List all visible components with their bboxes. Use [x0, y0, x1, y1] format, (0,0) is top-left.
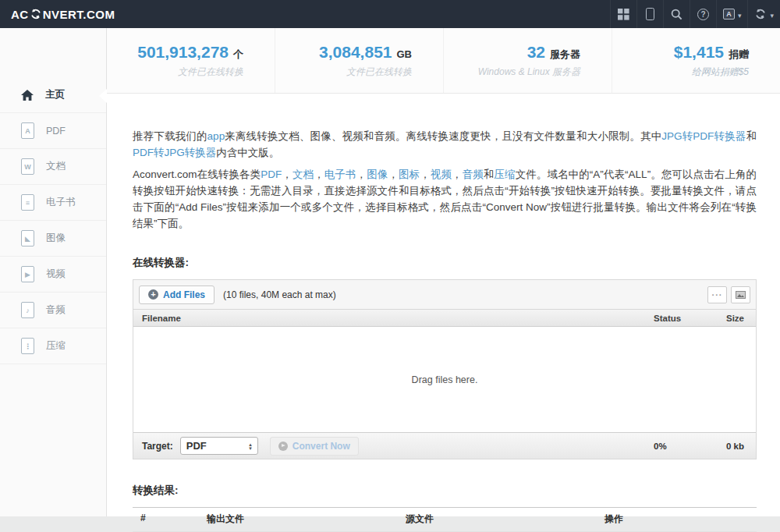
search-icon	[671, 9, 682, 20]
quick-convert-menu-button[interactable]	[747, 0, 780, 28]
stat-unit: GB	[397, 48, 413, 60]
archive-file-icon: ⋮	[21, 338, 34, 354]
stat-caption: Windows & Linux 服务器	[444, 66, 580, 79]
inline-link[interactable]: PDF	[261, 168, 282, 180]
column-index: #	[140, 512, 207, 526]
video-file-icon: ▶	[21, 266, 34, 282]
sidebar-item-label: 音频	[46, 303, 66, 317]
column-filename: Filename	[142, 314, 654, 323]
apps-grid-button[interactable]	[610, 0, 636, 28]
sidebar-item-pdf[interactable]: A PDF	[0, 113, 106, 149]
stat-gb-converted: 3,084,851GB 文件已在线转换	[275, 28, 443, 93]
results-table: # 输出文件 源文件 操作	[133, 507, 757, 532]
intro-text: 推荐下载我们的app来离线转换文档、图像、视频和音频。离线转换速度更快，且没有文…	[133, 128, 757, 232]
target-format-select[interactable]: PDF	[180, 437, 258, 455]
image-file-icon: ◣	[21, 230, 34, 246]
sidebar-item-label: 图像	[46, 232, 66, 245]
home-icon	[21, 90, 34, 101]
stat-donations: $1,415捐赠 给网站捐赠$5	[612, 28, 780, 93]
convert-arrow-icon	[278, 442, 288, 451]
active-item-pointer	[99, 89, 107, 103]
convert-icon	[754, 8, 767, 20]
column-size: Size	[710, 314, 747, 323]
sidebar-item-label: 文档	[46, 160, 66, 173]
dropzone-text: Drag files here.	[412, 374, 478, 385]
language-icon	[723, 9, 735, 20]
inline-link[interactable]: 音频	[463, 168, 484, 180]
inline-link[interactable]: 压缩	[494, 168, 515, 180]
sidebar-item-label: 电子书	[46, 196, 76, 209]
file-dropzone[interactable]: Drag files here.	[133, 327, 756, 432]
inline-link[interactable]: JPG转PDF转换器	[661, 130, 746, 142]
chevron-down-icon	[770, 7, 774, 21]
logo-text-suffix: NVERT.COM	[43, 8, 115, 21]
converter-footer: Target: PDF Convert Now 0% 0 kb	[133, 432, 756, 459]
progress-percent: 0%	[654, 442, 710, 451]
column-output-file: 输出文件	[207, 512, 406, 526]
inline-link[interactable]: 文档	[292, 168, 314, 180]
column-status: Status	[654, 314, 710, 323]
sidebar-item-image[interactable]: ◣ 图像	[0, 221, 106, 257]
apps-grid-icon	[618, 9, 629, 20]
add-files-button[interactable]: Add Files	[139, 286, 214, 304]
sidebar-item-label: 压缩	[46, 339, 66, 353]
sidebar-item-document[interactable]: W 文档	[0, 149, 106, 185]
main-content: 501,913,278个 文件已在线转换 3,084,851GB 文件已在线转换…	[107, 28, 780, 516]
screenshot-button[interactable]	[731, 286, 750, 303]
inline-link[interactable]: 图标	[399, 168, 420, 180]
select-arrows-icon	[249, 442, 252, 450]
search-button[interactable]	[663, 0, 690, 28]
stat-unit: 个	[233, 48, 243, 60]
stat-value: 32	[527, 43, 545, 61]
mobile-app-button[interactable]	[636, 0, 663, 28]
sidebar-item-home[interactable]: 主页	[0, 77, 106, 113]
plus-circle-icon	[148, 289, 158, 300]
inline-link[interactable]: 视频	[431, 168, 452, 180]
donate-link[interactable]: 给网站捐赠$5	[612, 66, 749, 79]
converter-toolbar: Add Files (10 files, 40M each at max)	[133, 280, 756, 309]
convert-now-label: Convert Now	[292, 441, 350, 452]
convert-now-button[interactable]: Convert Now	[270, 437, 359, 456]
audio-file-icon: ♪	[21, 302, 34, 318]
help-button[interactable]	[690, 0, 716, 28]
stat-caption: 文件已在线转换	[107, 66, 243, 79]
column-source-file: 源文件	[406, 512, 604, 526]
image-icon	[736, 291, 746, 299]
logo-text-prefix: AC	[11, 8, 29, 21]
intro-paragraph-2: Aconvert.com在线转换各类PDF，文档，电子书，图像，图标，视频，音频…	[133, 166, 757, 232]
inline-link[interactable]: 电子书	[324, 168, 356, 180]
column-operation: 操作	[604, 512, 757, 526]
sidebar-item-ebook[interactable]: ≡ 电子书	[0, 185, 106, 221]
inline-link[interactable]: PDF转JPG转换器	[133, 147, 216, 158]
inline-link[interactable]: app	[207, 130, 225, 142]
sidebar-item-archive[interactable]: ⋮ 压缩	[0, 328, 106, 364]
stat-unit: 捐赠	[729, 48, 749, 60]
stat-value: $1,415	[674, 43, 724, 61]
navbar-actions	[610, 0, 780, 28]
language-menu-button[interactable]	[716, 0, 748, 28]
intro-paragraph-1: 推荐下载我们的app来离线转换文档、图像、视频和音频。离线转换速度更快，且没有文…	[133, 128, 757, 161]
convert-sync-icon	[30, 8, 42, 20]
inline-link[interactable]: 图像	[367, 168, 388, 180]
total-size: 0 kb	[710, 442, 747, 451]
stat-unit: 服务器	[550, 48, 580, 60]
help-icon	[697, 9, 709, 20]
sidebar: 主页 A PDF W 文档 ≡ 电子书 ◣ 图像 ▶ 视频	[0, 28, 107, 516]
pdf-file-icon: A	[21, 122, 34, 139]
converter-heading: 在线转换器:	[133, 256, 757, 270]
sidebar-item-video[interactable]: ▶ 视频	[0, 257, 106, 293]
sidebar-item-audio[interactable]: ♪ 音频	[0, 293, 106, 328]
more-options-button[interactable]	[707, 286, 727, 303]
stats-bar: 501,913,278个 文件已在线转换 3,084,851GB 文件已在线转换…	[107, 28, 780, 94]
target-label: Target:	[142, 441, 173, 452]
stat-files-converted: 501,913,278个 文件已在线转换	[107, 28, 275, 93]
sidebar-item-label: 主页	[45, 88, 65, 101]
target-format-value: PDF	[186, 440, 207, 452]
results-table-header: # 输出文件 源文件 操作	[133, 508, 757, 532]
stat-caption: 文件已在线转换	[275, 66, 412, 79]
stat-value: 501,913,278	[137, 43, 229, 61]
word-file-icon: W	[21, 158, 34, 175]
site-logo[interactable]: AC NVERT.COM	[11, 8, 115, 21]
results-heading: 转换结果:	[133, 484, 757, 498]
file-limit-note: (10 files, 40M each at max)	[223, 289, 336, 300]
